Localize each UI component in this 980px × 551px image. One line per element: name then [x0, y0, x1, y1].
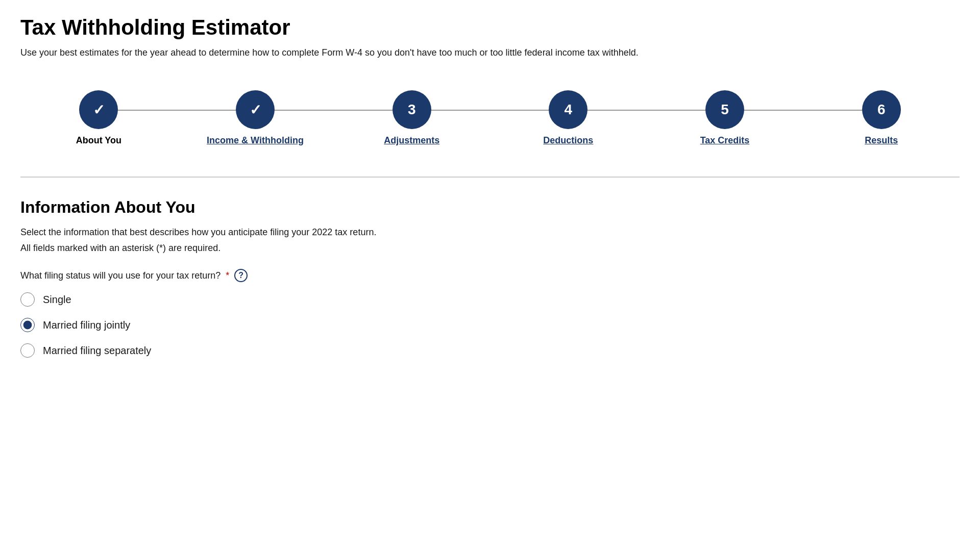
- section-note: All fields marked with an asterisk (*) a…: [20, 243, 960, 254]
- step-5-label[interactable]: Tax Credits: [700, 135, 750, 146]
- radio-married-separately[interactable]: [20, 343, 35, 358]
- step-4-number: 4: [565, 102, 573, 118]
- step-deductions[interactable]: 4 Deductions: [490, 90, 647, 146]
- option-single[interactable]: Single: [20, 292, 960, 307]
- step-4-circle[interactable]: 4: [549, 90, 587, 129]
- option-married-separately[interactable]: Married filing separately: [20, 343, 960, 358]
- label-single: Single: [43, 294, 71, 306]
- step-3-label[interactable]: Adjustments: [384, 135, 439, 146]
- step-4-label[interactable]: Deductions: [543, 135, 593, 146]
- filing-status-question: What filing status will you use for your…: [20, 269, 960, 282]
- step-5-number: 5: [721, 102, 729, 118]
- step-1-label: About You: [76, 135, 121, 146]
- step-3-number: 3: [408, 102, 416, 118]
- step-about-you[interactable]: ✓ About You: [20, 90, 177, 146]
- step-6-label[interactable]: Results: [865, 135, 898, 146]
- label-married-separately: Married filing separately: [43, 345, 151, 357]
- page-title: Tax Withholding Estimator: [20, 15, 960, 40]
- step-2-circle[interactable]: ✓: [236, 90, 275, 129]
- section-description: Select the information that best describ…: [20, 227, 960, 238]
- step-1-circle[interactable]: ✓: [79, 90, 118, 129]
- help-icon[interactable]: ?: [234, 269, 248, 282]
- radio-married-jointly[interactable]: [20, 318, 35, 332]
- step-income-withholding[interactable]: ✓ Income & Withholding: [177, 90, 334, 146]
- step-adjustments[interactable]: 3 Adjustments: [333, 90, 490, 146]
- question-text: What filing status will you use for your…: [20, 270, 220, 281]
- step-3-circle[interactable]: 3: [393, 90, 431, 129]
- radio-single[interactable]: [20, 292, 35, 307]
- step-results[interactable]: 6 Results: [803, 90, 960, 146]
- step-2-label[interactable]: Income & Withholding: [207, 135, 304, 146]
- step-6-number: 6: [877, 102, 886, 118]
- section-divider: [20, 177, 960, 178]
- page-subtitle: Use your best estimates for the year ahe…: [20, 46, 960, 60]
- label-married-jointly: Married filing jointly: [43, 319, 130, 331]
- checkmark-icon-2: ✓: [250, 102, 261, 118]
- section-title: Information About You: [20, 198, 960, 217]
- information-section: Information About You Select the informa…: [20, 198, 960, 358]
- checkmark-icon: ✓: [93, 102, 105, 118]
- step-tax-credits[interactable]: 5 Tax Credits: [647, 90, 803, 146]
- required-star: *: [226, 270, 229, 281]
- step-5-circle[interactable]: 5: [705, 90, 744, 129]
- step-6-circle[interactable]: 6: [862, 90, 901, 129]
- filing-status-options: Single Married filing jointly Married fi…: [20, 292, 960, 358]
- progress-steps: ✓ About You ✓ Income & Withholding 3 Adj…: [20, 80, 960, 156]
- option-married-jointly[interactable]: Married filing jointly: [20, 318, 960, 332]
